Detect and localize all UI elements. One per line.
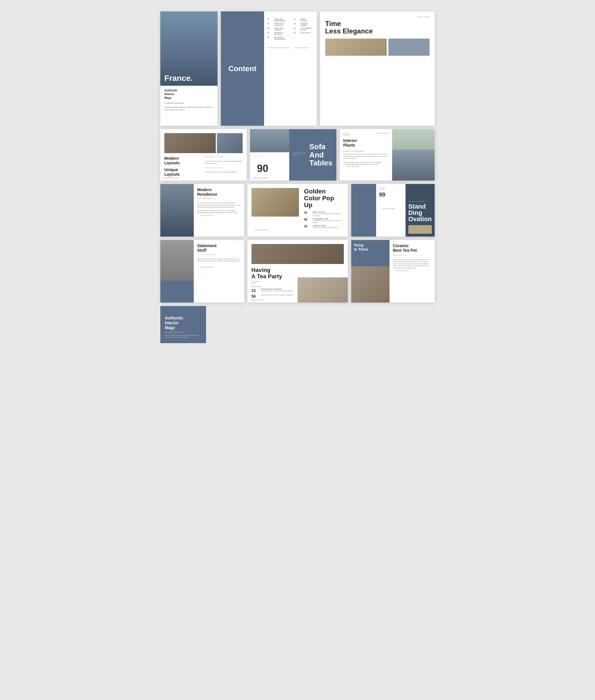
toc-item-09: 09SOFA AND TABLES [267,27,289,31]
row-4: StatementStuff THIS IS YOUR IDENTITY Mag… [160,240,435,302]
cover-title: France. [160,68,197,86]
spread-interior-plants: BATTEDIN WATER CREEK IN HOUSE InteriorPl… [340,129,435,181]
interior-left: BATTEDIN WATER CREEK IN HOUSE InteriorPl… [340,129,392,181]
statement-page: StatementStuff THIS IS YOUR IDENTITY Mag… [160,240,244,302]
spread-tea: HavingA Tea Party AN ENGLISHESSAY READ M… [248,240,348,302]
timeless-images [325,38,429,56]
modern-layouts-page: ModernLayouts UniqueLayouts BROADENING D… [160,129,247,181]
page-mag-golden: FRËNIE MAGAZINE [254,229,347,231]
timeless-page: NEVER STOPS Time Less Elegance [320,11,435,126]
interior-eyebrows: BATTEDIN WATER CREEK IN HOUSE [343,133,389,136]
last-cover-label: A CONCEPT MAGAZINE [165,331,201,333]
ml-title-2: UniqueLayouts [164,168,202,177]
sofa-content: COMFORTABLEPLACE 90 [250,152,289,180]
toc-item-04: 04TIMELINE RESIDENCE [267,18,289,22]
page-mag-stmt: FRËNIE MAGAZINE [200,266,244,268]
golden-img [252,188,299,216]
timeless-img-1 [325,38,387,56]
toc-item-16: 16UNIQUE LAMPS [293,23,313,26]
spread-sofa: COMFORTABLEPLACE 90 FRËNIE MAGAZINE YOU … [250,129,336,181]
cover-tagline: A CONCEPT MAGAZINE [164,102,214,105]
page-num-content: FRËNIE MAGAZINE · 5 [265,47,310,49]
content-toc: 04TIMELINE RESIDENCE 07SPACIOUS LAYOUTS … [264,11,317,126]
row-1: France. Authentic Interior Magz A CONCEP… [160,11,435,126]
tea-page: HavingA Tea Party AN ENGLISHESSAY READ M… [248,240,348,302]
cover-page: France. Authentic Interior Magz A CONCEP… [160,11,218,126]
you-need-label: YOU NEED TO HAVE [293,152,310,156]
mr-title: ModernResidence [197,187,240,197]
toc-item-19: 19STATEMENT STUFF [293,27,313,31]
spread-cover: France. Authentic Interior Magz A CONCEP… [160,11,218,126]
plants-label: PLANTS YOU CAN GROW [343,150,389,152]
timeless-eyebrow: NEVER STOPS [325,16,429,18]
toc-item-07: 07SPACIOUS LAYOUTS [267,23,289,26]
toc-item-10: 10INTERIOR PLANTS [267,32,289,35]
tea-nums: 22 PRODUCED BY MASTERS Lorem ipsum dolor… [252,288,344,298]
creek-label: CREEK IN HOUSE [376,133,389,136]
stmt-title: StatementStuff [197,243,240,253]
stand-middle-panel: UNIQUELAMPS 99 FRËNIE MAGAZINE [376,184,405,237]
cover-subtitle: Authentic Interior Magz [164,89,214,100]
page-mag-mr: FRËNIE MAGAZINE [200,214,244,216]
hung-title: HungIn There [354,243,387,252]
read-more-label: READ MORE [252,286,344,287]
ml-text-1: Lorem ipsum dolor sit amet consectetur a… [205,160,243,165]
page-mag-2: FRËNIE MAGAZINE [163,177,179,179]
plants-text2: Sed ut perspiciatis unde omnis iste natu… [343,162,389,166]
interior-title: InteriorPlants [343,138,389,147]
ml-img-1 [164,133,216,153]
sofa-title: Sofa And Tables [309,143,332,167]
ml-right: BROADENING DESIGN Lorem ipsum dolor sit … [205,156,243,177]
interior-page: BATTEDIN WATER CREEK IN HOUSE InteriorPl… [340,129,435,181]
hung-blue-panel: HungIn There [351,240,390,266]
tea-title: HavingA Tea Party [252,267,344,280]
timeless-img-2 [388,38,429,56]
golden-layout: GoldenColor Pop Up 34 WALL CLOCK This is… [252,188,344,229]
cover-white-block: Authentic Interior Magz A CONCEPT MAGAZI… [160,86,218,126]
golden-title: GoldenColor Pop Up [304,188,344,209]
row-2: ModernLayouts UniqueLayouts BROADENING D… [160,129,435,181]
timeless-content: NEVER STOPS Time Less Elegance [320,11,435,60]
stmt-img [160,240,194,302]
ml-content: ModernLayouts UniqueLayouts BROADENING D… [164,156,243,177]
mr-subtitle: LIVE IN THE FUTURE [197,198,240,199]
spread-hung: HungIn There CeramicBest Tea Pot LUNDEHU… [351,240,435,302]
mr-blue-block [160,184,194,237]
mr-right: ModernResidence LIVE IN THE FUTURE Lorem… [194,184,244,237]
tea-label: AN ENGLISHESSAY [252,281,344,284]
sofa-img [250,129,289,152]
page-mag-sofa: FRËNIE MAGAZINE [253,177,268,179]
comfortable-label: COMFORTABLEPLACE [253,154,286,158]
ceramic-page: CeramicBest Tea Pot LUNDEHUS LIPA Lorem … [390,240,435,302]
toc-left: 04TIMELINE RESIDENCE 07SPACIOUS LAYOUTS … [267,18,289,41]
spread-timeless: NEVER STOPS Time Less Elegance [320,11,435,126]
ceramic-text: Lorem ipsum dolor sit amet consectetur a… [393,259,431,269]
golden-page: GoldenColor Pop Up 34 WALL CLOCK This is… [248,184,348,237]
ml-label-2: SPACIOUS LAYOUTS [205,167,243,169]
sofa-left-page: COMFORTABLEPLACE 90 FRËNIE MAGAZINE [250,129,289,181]
mr-text2: Sed ut perspiciatis unde omnis iste natu… [197,210,240,214]
last-cover-title: Authentic Interior Magz [165,316,201,330]
page-mag-stand: FRËNIE MAGAZINE [382,208,405,209]
modern-res-page: ModernResidence LIVE IN THE FUTURE Lorem… [160,184,244,237]
plants-text: Lorem ipsum dolor sit amet consectetur a… [343,153,389,160]
page-mag-plants: FRËNIE MAGAZINE [346,166,392,168]
stand-title: StandDingOvation [408,203,432,222]
spread-modern-layouts: ModernLayouts UniqueLayouts BROADENING D… [160,129,247,181]
batted-label: BATTEDIN WATER [343,133,350,136]
content-page: Content 04TIMELINE RESIDENCE 07SPACIOUS … [221,11,317,126]
tea-num-1: 22 PRODUCED BY MASTERS Lorem ipsum dolor… [252,288,344,293]
ml-img-2 [217,133,243,153]
mr-img [160,184,194,237]
unique-lamps-label: UNIQUELAMPS [379,187,402,190]
timeless-title: Time Less Elegance [325,20,429,35]
ceramic-title: CeramicBest Tea Pot [393,243,431,253]
tea-content: HavingA Tea Party AN ENGLISHESSAY READ M… [248,240,348,302]
page-number: 02 [213,122,215,124]
ml-images [164,133,243,153]
stmt-text: Magz is a creative and modern magazine t… [197,258,240,262]
page-mag-ceramic: FRËNIE MAGAZINE [396,270,434,271]
hung-img [351,266,390,302]
sofa-right-page: YOU NEED TO HAVE Sofa And Tables [289,129,336,181]
stand-num: 99 [379,192,402,198]
